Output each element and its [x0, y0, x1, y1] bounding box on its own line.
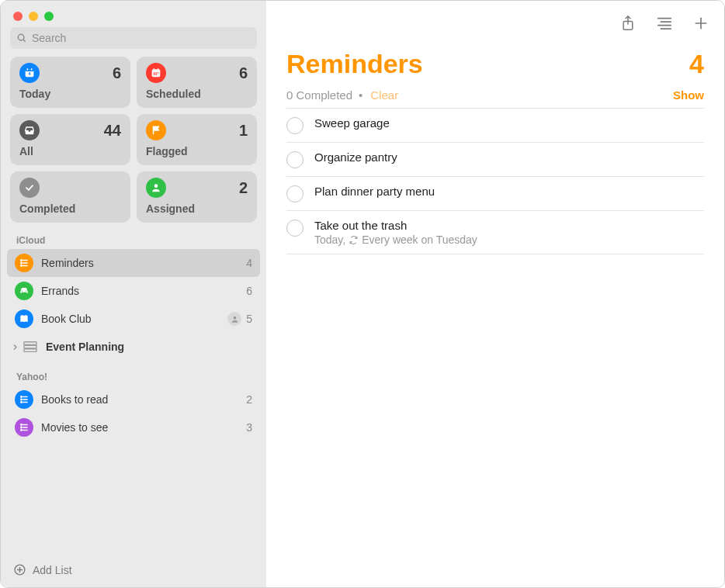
list-movies-to-see[interactable]: Movies to see 3: [7, 413, 260, 441]
smart-assigned-label: Assigned: [146, 202, 248, 215]
reminder-item[interactable]: Take out the trash Today, Every week on …: [286, 210, 704, 254]
svg-point-34: [21, 424, 23, 426]
reminder-items: Sweep garage Organize pantry Plan dinner…: [266, 108, 724, 254]
calendar-icon: [146, 63, 166, 83]
list-book-club[interactable]: Book Club 5: [7, 305, 260, 333]
completed-count-label: 0 Completed: [286, 88, 352, 102]
smart-completed[interactable]: Completed: [10, 171, 130, 223]
list-count: 2: [246, 393, 252, 406]
separator-dot: •: [359, 88, 362, 102]
indent-lines-icon: [656, 16, 673, 30]
smart-scheduled-count: 6: [239, 64, 248, 82]
svg-rect-9: [158, 68, 158, 71]
smart-scheduled-label: Scheduled: [146, 88, 248, 100]
list-name: Reminders: [41, 257, 246, 269]
list-books-to-read[interactable]: Books to read 2: [7, 386, 260, 413]
chevron-right-icon: [9, 344, 21, 351]
reminder-title: Sweep garage: [314, 116, 704, 130]
search-field[interactable]: [10, 27, 257, 49]
svg-point-24: [233, 316, 236, 319]
reminder-item[interactable]: Plan dinner party menu: [286, 176, 704, 210]
smart-today-label: Today: [19, 88, 121, 100]
smart-scheduled[interactable]: 6 Scheduled: [137, 57, 257, 108]
list-icon: [15, 254, 33, 272]
svg-rect-13: [154, 74, 155, 74]
list-name: Books to read: [41, 393, 246, 406]
reminder-title: Take out the trash: [314, 219, 704, 232]
account-header-yahoo: Yahoo!: [1, 367, 266, 386]
complete-toggle[interactable]: [286, 117, 304, 134]
complete-toggle[interactable]: [286, 220, 304, 237]
svg-point-30: [21, 399, 23, 400]
list-name: Errands: [41, 285, 246, 297]
reminder-repeat-label: Every week on Tuesday: [362, 233, 477, 246]
smart-today[interactable]: 4 6 Today: [10, 57, 130, 108]
folder-stack-icon: [21, 339, 40, 355]
flag-icon: [146, 120, 166, 140]
svg-point-38: [21, 430, 23, 431]
car-icon: [15, 282, 33, 300]
smart-today-count: 6: [113, 64, 121, 82]
share-button[interactable]: [620, 15, 636, 32]
svg-point-20: [21, 265, 23, 267]
search-input[interactable]: [32, 32, 251, 44]
plus-icon: [693, 16, 709, 31]
add-list-label: Add List: [33, 564, 72, 576]
reminder-title: Plan dinner party menu: [314, 185, 704, 198]
smart-all-count: 44: [104, 122, 121, 140]
svg-point-32: [21, 402, 23, 403]
tray-icon: [19, 120, 40, 140]
list-name: Movies to see: [41, 421, 246, 434]
close-window-button[interactable]: [13, 12, 23, 21]
add-list-button[interactable]: Add List: [1, 555, 266, 587]
svg-rect-27: [24, 349, 36, 352]
reminder-item[interactable]: Organize pantry: [286, 142, 704, 176]
smart-flagged[interactable]: 1 Flagged: [137, 114, 257, 165]
list-name: Book Club: [41, 313, 227, 325]
svg-rect-14: [155, 74, 157, 74]
svg-point-16: [21, 260, 23, 261]
smart-all[interactable]: 44 All: [10, 114, 130, 165]
svg-rect-8: [154, 68, 154, 71]
smart-assigned[interactable]: 2 Assigned: [137, 171, 257, 223]
list-title: Reminders: [286, 49, 423, 79]
list-reminders[interactable]: Reminders 4: [7, 249, 260, 277]
account-header-icloud: iCloud: [1, 230, 266, 249]
reminder-subtitle: Today, Every week on Tuesday: [314, 233, 704, 246]
folder-name: Event Planning: [46, 341, 124, 353]
zoom-window-button[interactable]: [44, 12, 54, 21]
svg-rect-25: [24, 342, 36, 345]
show-completed-button[interactable]: Show: [673, 88, 704, 102]
smart-flagged-count: 1: [239, 122, 248, 140]
person-icon: [146, 178, 166, 198]
view-options-button[interactable]: [656, 16, 673, 30]
book-icon: [15, 310, 33, 328]
window-controls: [1, 1, 266, 27]
new-reminder-button[interactable]: [693, 16, 709, 31]
svg-rect-26: [24, 345, 36, 348]
list-errands[interactable]: Errands 6: [7, 277, 260, 305]
complete-toggle[interactable]: [286, 185, 304, 202]
list-count: 3: [246, 421, 252, 434]
main-content: Reminders 4 0 Completed • Clear Show Swe…: [266, 1, 724, 587]
svg-point-36: [21, 427, 23, 428]
reminder-item[interactable]: Sweep garage: [286, 108, 704, 142]
clear-completed-button[interactable]: Clear: [370, 88, 398, 102]
minimize-window-button[interactable]: [29, 12, 38, 21]
svg-rect-3: [26, 69, 34, 71]
check-icon: [19, 178, 40, 198]
list-count: 5: [246, 313, 252, 325]
svg-point-15: [154, 184, 158, 188]
svg-point-23: [26, 290, 26, 291]
smart-flagged-label: Flagged: [146, 145, 248, 157]
sidebar: 4 6 Today 6 Scheduled: [1, 1, 266, 587]
complete-toggle[interactable]: [286, 151, 304, 168]
plus-circle-icon: [13, 563, 26, 576]
list-icon: [15, 390, 33, 409]
shared-icon: [227, 312, 241, 326]
list-item-count: 4: [689, 49, 704, 79]
smart-assigned-count: 2: [239, 179, 248, 197]
svg-rect-11: [155, 72, 157, 73]
list-count: 6: [246, 285, 252, 297]
folder-event-planning[interactable]: Event Planning: [7, 333, 260, 361]
